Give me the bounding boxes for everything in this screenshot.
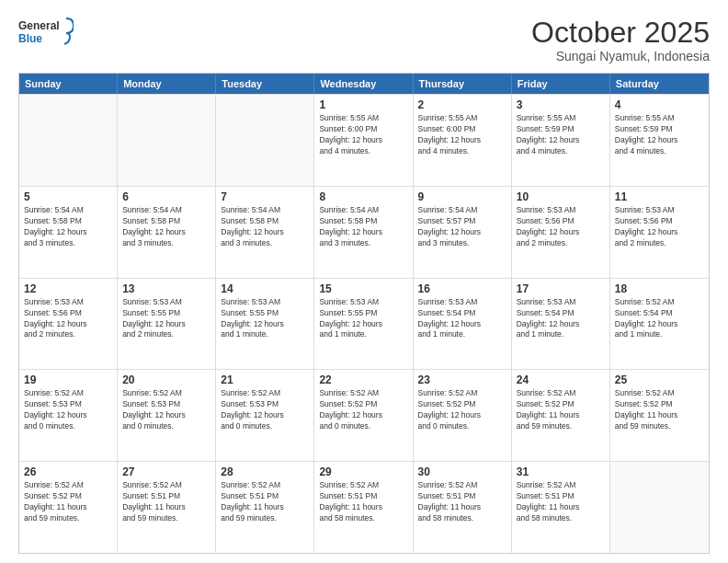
day-number: 1 [319, 98, 407, 111]
day-number: 11 [615, 190, 704, 203]
day-number: 12 [24, 282, 112, 295]
header-day-saturday: Saturday [610, 74, 709, 94]
day-number: 28 [221, 465, 309, 478]
day-number: 22 [319, 373, 407, 386]
day-info: Sunrise: 5:53 AM Sunset: 5:55 PM Dayligh… [122, 297, 210, 341]
calendar-cell [118, 95, 216, 186]
day-info: Sunrise: 5:52 AM Sunset: 5:51 PM Dayligh… [418, 480, 506, 524]
calendar-row-1: 1Sunrise: 5:55 AM Sunset: 6:00 PM Daylig… [19, 94, 709, 186]
day-number: 6 [122, 190, 210, 203]
calendar-cell [610, 462, 709, 553]
header-day-wednesday: Wednesday [314, 74, 413, 94]
calendar-cell: 23Sunrise: 5:52 AM Sunset: 5:52 PM Dayli… [414, 370, 512, 461]
day-number: 13 [122, 282, 210, 295]
calendar-cell: 19Sunrise: 5:52 AM Sunset: 5:53 PM Dayli… [19, 370, 118, 461]
logo: General Blue [18, 17, 74, 50]
day-info: Sunrise: 5:55 AM Sunset: 5:59 PM Dayligh… [615, 113, 704, 157]
subtitle: Sungai Nyamuk, Indonesia [531, 49, 710, 63]
day-number: 7 [221, 190, 309, 203]
day-info: Sunrise: 5:52 AM Sunset: 5:54 PM Dayligh… [615, 297, 704, 341]
day-number: 21 [221, 373, 309, 386]
calendar-body: 1Sunrise: 5:55 AM Sunset: 6:00 PM Daylig… [19, 94, 709, 553]
day-info: Sunrise: 5:55 AM Sunset: 6:00 PM Dayligh… [319, 113, 407, 157]
calendar-cell: 10Sunrise: 5:53 AM Sunset: 5:56 PM Dayli… [512, 187, 610, 278]
day-info: Sunrise: 5:53 AM Sunset: 5:54 PM Dayligh… [517, 297, 605, 341]
day-info: Sunrise: 5:52 AM Sunset: 5:52 PM Dayligh… [418, 388, 506, 432]
day-number: 29 [319, 465, 407, 478]
calendar-cell: 9Sunrise: 5:54 AM Sunset: 5:57 PM Daylig… [414, 187, 512, 278]
day-info: Sunrise: 5:54 AM Sunset: 5:58 PM Dayligh… [24, 205, 112, 249]
day-info: Sunrise: 5:54 AM Sunset: 5:58 PM Dayligh… [319, 205, 407, 249]
day-number: 19 [24, 373, 112, 386]
calendar-cell: 11Sunrise: 5:53 AM Sunset: 5:56 PM Dayli… [610, 187, 709, 278]
day-info: Sunrise: 5:52 AM Sunset: 5:53 PM Dayligh… [24, 388, 112, 432]
day-info: Sunrise: 5:53 AM Sunset: 5:56 PM Dayligh… [517, 205, 605, 249]
day-number: 3 [517, 98, 605, 111]
day-number: 9 [418, 190, 506, 203]
header-day-sunday: Sunday [19, 74, 118, 94]
day-info: Sunrise: 5:52 AM Sunset: 5:53 PM Dayligh… [122, 388, 210, 432]
calendar-cell: 17Sunrise: 5:53 AM Sunset: 5:54 PM Dayli… [512, 279, 610, 370]
calendar-cell: 29Sunrise: 5:52 AM Sunset: 5:51 PM Dayli… [314, 462, 413, 553]
day-number: 4 [615, 98, 704, 111]
day-info: Sunrise: 5:52 AM Sunset: 5:52 PM Dayligh… [517, 388, 605, 432]
calendar-cell: 3Sunrise: 5:55 AM Sunset: 5:59 PM Daylig… [512, 95, 610, 186]
calendar-cell: 5Sunrise: 5:54 AM Sunset: 5:58 PM Daylig… [19, 187, 118, 278]
header: General Blue October 2025 Sungai Nyamuk,… [18, 17, 710, 63]
day-info: Sunrise: 5:52 AM Sunset: 5:51 PM Dayligh… [221, 480, 309, 524]
calendar-cell: 8Sunrise: 5:54 AM Sunset: 5:58 PM Daylig… [314, 187, 413, 278]
main-title: October 2025 [531, 17, 710, 49]
calendar-cell: 22Sunrise: 5:52 AM Sunset: 5:52 PM Dayli… [314, 370, 413, 461]
calendar-cell: 16Sunrise: 5:53 AM Sunset: 5:54 PM Dayli… [414, 279, 512, 370]
calendar-cell [19, 95, 118, 186]
day-info: Sunrise: 5:52 AM Sunset: 5:53 PM Dayligh… [221, 388, 309, 432]
day-info: Sunrise: 5:52 AM Sunset: 5:52 PM Dayligh… [615, 388, 704, 432]
calendar-cell: 13Sunrise: 5:53 AM Sunset: 5:55 PM Dayli… [118, 279, 216, 370]
header-day-tuesday: Tuesday [216, 74, 314, 94]
day-number: 24 [517, 373, 605, 386]
calendar-cell: 4Sunrise: 5:55 AM Sunset: 5:59 PM Daylig… [610, 95, 709, 186]
day-info: Sunrise: 5:55 AM Sunset: 5:59 PM Dayligh… [517, 113, 605, 157]
day-info: Sunrise: 5:52 AM Sunset: 5:52 PM Dayligh… [24, 480, 112, 524]
title-block: October 2025 Sungai Nyamuk, Indonesia [531, 17, 710, 63]
day-info: Sunrise: 5:54 AM Sunset: 5:57 PM Dayligh… [418, 205, 506, 249]
day-number: 14 [221, 282, 309, 295]
day-number: 25 [615, 373, 704, 386]
calendar-cell: 26Sunrise: 5:52 AM Sunset: 5:52 PM Dayli… [19, 462, 118, 553]
header-day-thursday: Thursday [414, 74, 512, 94]
calendar-cell: 1Sunrise: 5:55 AM Sunset: 6:00 PM Daylig… [314, 95, 413, 186]
day-info: Sunrise: 5:55 AM Sunset: 6:00 PM Dayligh… [418, 113, 506, 157]
calendar-header: SundayMondayTuesdayWednesdayThursdayFrid… [19, 74, 709, 94]
calendar-cell: 15Sunrise: 5:53 AM Sunset: 5:55 PM Dayli… [314, 279, 413, 370]
day-info: Sunrise: 5:52 AM Sunset: 5:51 PM Dayligh… [319, 480, 407, 524]
calendar-row-3: 12Sunrise: 5:53 AM Sunset: 5:56 PM Dayli… [19, 278, 709, 370]
calendar-cell [216, 95, 314, 186]
calendar-cell: 31Sunrise: 5:52 AM Sunset: 5:51 PM Dayli… [512, 462, 610, 553]
day-info: Sunrise: 5:53 AM Sunset: 5:55 PM Dayligh… [319, 297, 407, 341]
day-number: 16 [418, 282, 506, 295]
calendar-cell: 18Sunrise: 5:52 AM Sunset: 5:54 PM Dayli… [610, 279, 709, 370]
day-info: Sunrise: 5:52 AM Sunset: 5:51 PM Dayligh… [517, 480, 605, 524]
svg-text:Blue: Blue [18, 32, 42, 45]
day-number: 31 [517, 465, 605, 478]
calendar-cell: 24Sunrise: 5:52 AM Sunset: 5:52 PM Dayli… [512, 370, 610, 461]
day-number: 17 [517, 282, 605, 295]
day-number: 5 [24, 190, 112, 203]
calendar-cell: 25Sunrise: 5:52 AM Sunset: 5:52 PM Dayli… [610, 370, 709, 461]
day-number: 8 [319, 190, 407, 203]
header-day-monday: Monday [118, 74, 216, 94]
day-number: 23 [418, 373, 506, 386]
calendar-cell: 12Sunrise: 5:53 AM Sunset: 5:56 PM Dayli… [19, 279, 118, 370]
day-number: 26 [24, 465, 112, 478]
calendar-cell: 27Sunrise: 5:52 AM Sunset: 5:51 PM Dayli… [118, 462, 216, 553]
day-info: Sunrise: 5:53 AM Sunset: 5:56 PM Dayligh… [615, 205, 704, 249]
page: General Blue October 2025 Sungai Nyamuk,… [0, 0, 728, 563]
day-info: Sunrise: 5:54 AM Sunset: 5:58 PM Dayligh… [221, 205, 309, 249]
calendar-cell: 28Sunrise: 5:52 AM Sunset: 5:51 PM Dayli… [216, 462, 314, 553]
calendar-row-5: 26Sunrise: 5:52 AM Sunset: 5:52 PM Dayli… [19, 461, 709, 553]
day-info: Sunrise: 5:53 AM Sunset: 5:56 PM Dayligh… [24, 297, 112, 341]
header-day-friday: Friday [512, 74, 610, 94]
day-number: 18 [615, 282, 704, 295]
calendar-cell: 7Sunrise: 5:54 AM Sunset: 5:58 PM Daylig… [216, 187, 314, 278]
day-number: 10 [517, 190, 605, 203]
